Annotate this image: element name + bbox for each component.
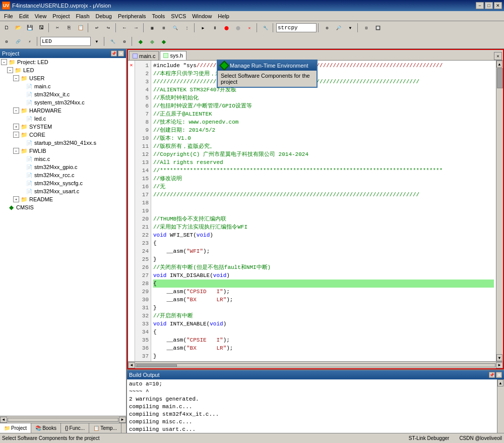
tree-item-user[interactable]: − 📁 USER — [0, 74, 126, 82]
tree-item-readme[interactable]: + 📁 README — [0, 195, 126, 203]
toolbar-paste[interactable]: 📋 — [75, 23, 86, 33]
expand-user[interactable]: − — [13, 75, 19, 81]
scroll-right-btn[interactable]: ► — [119, 417, 126, 423]
expand-led[interactable]: − — [7, 67, 13, 73]
toolbar-b12[interactable]: 🔎 — [333, 23, 344, 33]
toolbar-copy[interactable]: ⎘ — [64, 23, 75, 33]
panel-tab-temp[interactable]: 📋 Temp... — [89, 423, 121, 433]
maximize-button[interactable]: □ — [485, 2, 493, 9]
toolbar-b6[interactable]: ⏸ — [209, 23, 220, 33]
build-scroll-up[interactable]: ▲ — [497, 379, 503, 386]
menu-tools[interactable]: Tools — [149, 13, 168, 20]
tree-item-led[interactable]: − 📁 LED — [0, 66, 126, 74]
tree-item-syscfg[interactable]: 📄 stm32f4xx_syscfg.c — [0, 179, 126, 187]
toolbar-t4[interactable]: 🔧 — [107, 36, 118, 46]
toolbar-b14[interactable]: ⊡ — [361, 23, 372, 33]
project-hscrollbar[interactable]: ◄ ► — [0, 416, 126, 423]
toolbar-b9[interactable]: ✕ — [244, 23, 255, 33]
build-pin-btn[interactable]: 📌 — [489, 372, 495, 378]
editor-vscrollbar[interactable]: ▲ ▼ — [496, 61, 503, 361]
expand-core[interactable]: − — [13, 132, 19, 138]
toolbar-b7[interactable]: ⬤ — [221, 23, 232, 33]
toolbar-b10[interactable]: 🔧 — [260, 23, 271, 33]
tree-item-startup[interactable]: 📄 startup_stm32f40_41xx.s — [0, 139, 126, 147]
toolbar-open[interactable]: 📂 — [13, 23, 24, 33]
toolbar-t1[interactable]: ⚙ — [1, 36, 12, 46]
toolbar-b5[interactable]: ▶ — [198, 23, 209, 33]
code-content[interactable]: #include "sys///////////////////////////… — [151, 61, 496, 361]
tab-main-c[interactable]: main.c — [129, 51, 159, 60]
close-button[interactable]: ✕ — [494, 2, 502, 9]
expand-project[interactable]: − — [1, 59, 7, 65]
menu-peripherals[interactable]: Peripherals — [115, 13, 149, 20]
toolbar-b13[interactable]: ▼ — [345, 23, 356, 33]
expand-fwlib[interactable]: − — [13, 148, 19, 154]
tree-item-core[interactable]: − 📁 CORE — [0, 131, 126, 139]
project-name-input[interactable]: LED — [40, 37, 91, 46]
minimize-button[interactable]: − — [476, 2, 484, 9]
scroll-thumb[interactable] — [8, 418, 118, 422]
scroll-up-btn[interactable]: ▲ — [496, 61, 502, 68]
build-close-btn[interactable]: ✕ — [496, 372, 502, 378]
expand-readme[interactable]: + — [13, 196, 19, 202]
tree-item-hardware[interactable]: − 📁 HARDWARE — [0, 106, 126, 115]
toolbar-green2[interactable]: ◆ — [147, 36, 158, 46]
tree-item-fwlib[interactable]: − 📁 FWLIB — [0, 147, 126, 155]
toolbar-b15[interactable]: 🔲 — [372, 23, 384, 33]
tree-item-rcc[interactable]: 📄 stm32f4xx_rcc.c — [0, 171, 126, 179]
tree-item-gpio[interactable]: 📄 stm32f4xx_gpio.c — [0, 163, 126, 171]
menu-edit[interactable]: Edit — [16, 13, 32, 20]
toolbar-redo[interactable]: ↪ — [103, 23, 114, 33]
tree-item-project[interactable]: − 📁 Project: LED — [0, 58, 126, 66]
toolbar-dropdown[interactable]: ▼ — [91, 36, 102, 46]
toolbar-b11[interactable]: ⚙ — [322, 23, 333, 33]
toolbar-b8[interactable]: ⬤ — [232, 23, 243, 33]
editor-hscrollbar[interactable]: ◄ ► — [128, 361, 503, 368]
build-vscrollbar[interactable]: ▲ ▼ — [497, 379, 504, 433]
tree-item-stm32-it[interactable]: 📄 stm32f4xx_it.c — [0, 90, 126, 98]
tree-item-led-c[interactable]: 📄 led.c — [0, 115, 126, 123]
menu-flash[interactable]: Flash — [73, 13, 93, 20]
toolbar-t5[interactable]: ⚙ — [119, 36, 130, 46]
toolbar-back[interactable]: ← — [119, 23, 130, 33]
tree-item-misc[interactable]: 📄 misc.c — [0, 155, 126, 163]
panel-tab-project[interactable]: 📁 Project — [0, 423, 31, 433]
toolbar-b4[interactable]: ⋮ — [181, 23, 193, 33]
editor-scroll-left[interactable]: ◄ — [128, 362, 135, 368]
editor-scroll-thumb-h[interactable] — [137, 364, 177, 367]
toolbar-t3[interactable]: ⚡ — [24, 36, 35, 46]
search-input[interactable]: strcpy — [276, 23, 317, 32]
toolbar-b3[interactable]: 🔍 — [170, 23, 181, 33]
tree-item-system-folder[interactable]: + 📁 SYSTEM — [0, 123, 126, 131]
panel-tab-books[interactable]: 📚 Books — [31, 423, 61, 433]
toolbar-green1[interactable]: ◆ — [135, 36, 146, 46]
tree-item-system[interactable]: 📄 system_stm32f4xx.c — [0, 98, 126, 106]
scroll-left-btn[interactable]: ◄ — [0, 417, 7, 423]
menu-project[interactable]: Project — [49, 13, 73, 20]
expand-system[interactable]: + — [13, 124, 19, 130]
editor-scroll-right[interactable]: ► — [496, 362, 503, 368]
expand-hardware[interactable]: − — [13, 107, 19, 114]
toolbar-b1[interactable]: ▦ — [147, 23, 158, 33]
menu-svcs[interactable]: SVCS — [168, 13, 189, 20]
menu-debug[interactable]: Debug — [93, 13, 115, 20]
tab-sys-h[interactable]: sys.h — [160, 51, 186, 60]
toolbar-b2[interactable]: ⊞ — [158, 23, 169, 33]
toolbar-undo[interactable]: ↩ — [91, 23, 102, 33]
menu-help[interactable]: Help — [215, 13, 232, 20]
menu-window[interactable]: Window — [189, 13, 215, 20]
panel-pin-button[interactable]: 📌 — [111, 50, 117, 57]
tree-item-usart[interactable]: 📄 stm32f4xx_usart.c — [0, 187, 126, 195]
toolbar-forward[interactable]: → — [131, 23, 142, 33]
tree-item-cmsis[interactable]: ◆ CMSIS — [0, 203, 126, 211]
toolbar-save-all[interactable]: 🖫 — [36, 23, 47, 33]
toolbar-t2[interactable]: 🔗 — [13, 36, 24, 46]
toolbar-new[interactable]: 🗋 — [1, 23, 12, 33]
toolbar-green3[interactable]: ◆ — [158, 36, 169, 46]
menu-file[interactable]: File — [1, 13, 16, 20]
panel-tab-func[interactable]: {} Func... — [61, 423, 89, 433]
panel-close-button[interactable]: ✕ — [118, 50, 124, 57]
scroll-thumb-v[interactable] — [497, 68, 503, 88]
tree-item-main-c[interactable]: 📄 main.c — [0, 82, 126, 90]
toolbar-save[interactable]: 💾 — [24, 23, 35, 33]
